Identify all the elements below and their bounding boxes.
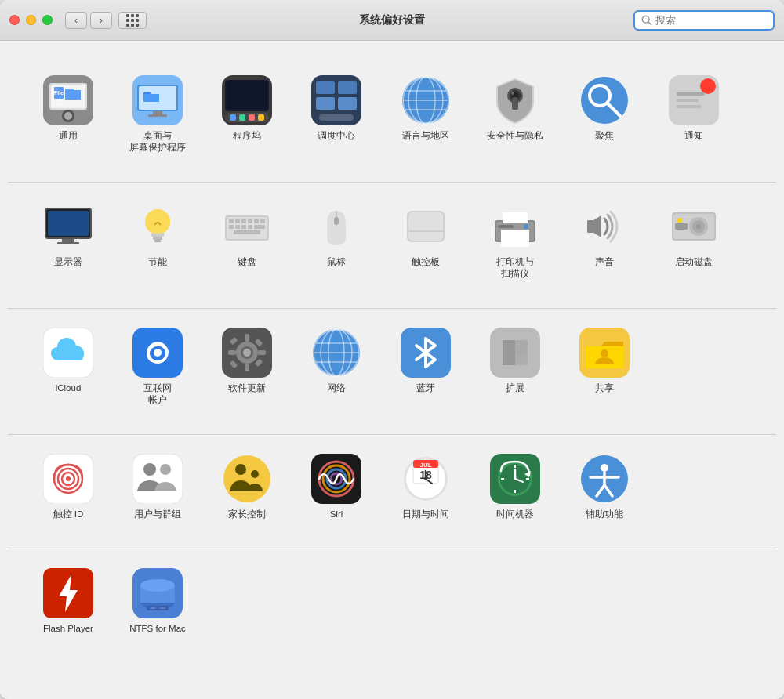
- svg-text:File: File: [54, 90, 64, 96]
- ntfs-label: NTFS for Mac: [129, 623, 186, 635]
- svg-rect-24: [249, 114, 255, 121]
- siri-label: Siri: [330, 509, 343, 520]
- pref-item-time-machine[interactable]: 时间机器: [472, 446, 558, 528]
- svg-rect-55: [48, 211, 89, 236]
- search-input[interactable]: [655, 14, 767, 26]
- svg-rect-16: [153, 111, 162, 114]
- pref-item-trackpad[interactable]: 触控板: [383, 194, 469, 288]
- pref-item-notifications[interactable]: 通知: [651, 67, 737, 161]
- pref-item-software-update[interactable]: 软件更新: [204, 320, 290, 414]
- svg-rect-66: [235, 219, 240, 223]
- svg-rect-67: [241, 219, 246, 223]
- pref-item-spotlight[interactable]: 聚焦: [561, 67, 648, 161]
- users-label: 用户与群组: [134, 509, 181, 520]
- accessibility-icon: [579, 454, 630, 504]
- keyboard-label: 键盘: [238, 256, 256, 268]
- svg-point-93: [696, 224, 701, 229]
- pref-item-dock[interactable]: 程序坞: [204, 67, 290, 161]
- grid-icon: [126, 14, 139, 27]
- pref-item-startup-disk[interactable]: 启动磁盘: [651, 194, 737, 288]
- internet-accounts-label: 互联网帐户: [143, 382, 172, 406]
- pref-item-general[interactable]: File New One 通用: [25, 67, 111, 161]
- svg-rect-85: [503, 212, 528, 223]
- grid-view-button[interactable]: [118, 12, 147, 29]
- back-button[interactable]: ‹: [65, 12, 87, 29]
- internet-section: iCloud 互联网帐户: [8, 308, 776, 433]
- svg-rect-95: [675, 223, 688, 230]
- svg-point-127: [66, 476, 71, 481]
- svg-rect-57: [57, 242, 79, 244]
- users-icon: [132, 454, 183, 504]
- general-icon: File New One: [43, 75, 93, 125]
- svg-rect-29: [316, 97, 335, 110]
- pref-item-energy[interactable]: 节能: [114, 194, 201, 288]
- svg-rect-25: [258, 114, 264, 121]
- svg-point-49: [700, 78, 716, 94]
- svg-rect-88: [587, 220, 593, 233]
- pref-item-desktop[interactable]: 桌面与屏幕保护程序: [114, 67, 201, 161]
- startup-disk-icon: [669, 201, 719, 252]
- pref-item-parental[interactable]: 家长控制: [204, 446, 290, 528]
- pref-item-bluetooth[interactable]: 蓝牙: [383, 320, 469, 414]
- displays-label: 显示器: [54, 256, 82, 268]
- pref-item-flash-player[interactable]: Flash Player: [25, 560, 111, 643]
- pref-item-siri[interactable]: Siri: [293, 446, 379, 528]
- pref-item-touch-id[interactable]: 触控 ID: [25, 446, 111, 528]
- pref-item-users[interactable]: 用户与群组: [114, 446, 201, 528]
- desktop-label: 桌面与屏幕保护程序: [129, 130, 186, 154]
- pref-item-sharing[interactable]: 共享: [561, 320, 648, 414]
- pref-item-keyboard[interactable]: 键盘: [204, 194, 290, 288]
- close-button[interactable]: [9, 15, 20, 25]
- sound-label: 声音: [595, 256, 614, 268]
- pref-item-displays[interactable]: 显示器: [25, 194, 111, 288]
- sharing-icon: [579, 328, 630, 378]
- pref-item-mission-control[interactable]: 调度中心: [293, 67, 379, 161]
- pref-item-printers[interactable]: 打印机与扫描仪: [472, 194, 558, 288]
- pref-item-ntfs[interactable]: NTFS for Mac: [114, 560, 201, 643]
- extensions-label: 扩展: [506, 382, 524, 394]
- pref-item-accessibility[interactable]: 辅助功能: [561, 446, 648, 528]
- pref-item-network[interactable]: 网络: [293, 320, 379, 414]
- svg-point-147: [424, 477, 427, 480]
- titlebar: ‹ › 系统偏好设置: [0, 0, 784, 41]
- startup-disk-label: 启动磁盘: [675, 256, 713, 268]
- displays-icon: [43, 201, 93, 252]
- software-update-icon: [222, 328, 272, 378]
- security-icon: [490, 75, 540, 125]
- pref-item-mouse[interactable]: 鼠标: [293, 194, 379, 288]
- svg-rect-20: [227, 81, 267, 110]
- sound-icon: [579, 201, 630, 252]
- siri-icon: [311, 454, 361, 504]
- maximize-button[interactable]: [42, 15, 53, 25]
- svg-rect-9: [65, 90, 81, 100]
- pref-item-extensions[interactable]: 扩展: [472, 320, 558, 414]
- system-section: 触控 ID 用户与群组: [8, 434, 776, 547]
- svg-rect-171: [150, 607, 156, 609]
- dock-label: 程序坞: [233, 130, 261, 142]
- svg-rect-52: [677, 105, 702, 108]
- pref-item-datetime[interactable]: JUL 18 日期与时间: [383, 446, 469, 528]
- forward-button[interactable]: ›: [90, 12, 112, 29]
- minimize-button[interactable]: [26, 15, 36, 25]
- pref-item-language[interactable]: 语言与地区: [383, 67, 469, 161]
- language-label: 语言与地区: [402, 130, 449, 142]
- extensions-icon: [490, 328, 540, 378]
- ntfs-icon: [132, 568, 183, 618]
- energy-label: 节能: [148, 256, 167, 268]
- pref-item-internet-accounts[interactable]: 互联网帐户: [114, 320, 201, 414]
- pref-item-sound[interactable]: 声音: [561, 194, 648, 288]
- icloud-label: iCloud: [56, 382, 82, 394]
- keyboard-icon: [222, 201, 272, 252]
- svg-point-169: [140, 579, 175, 592]
- pref-item-icloud[interactable]: iCloud: [25, 320, 111, 414]
- svg-rect-17: [148, 114, 167, 117]
- bluetooth-icon: [401, 328, 451, 378]
- svg-rect-65: [229, 219, 234, 223]
- svg-point-0: [642, 16, 649, 23]
- svg-rect-31: [319, 114, 354, 121]
- pref-item-security[interactable]: 安全性与隐私: [472, 67, 558, 161]
- svg-rect-69: [254, 219, 259, 223]
- search-box[interactable]: [633, 10, 775, 31]
- svg-rect-68: [248, 219, 252, 223]
- svg-rect-74: [248, 225, 252, 229]
